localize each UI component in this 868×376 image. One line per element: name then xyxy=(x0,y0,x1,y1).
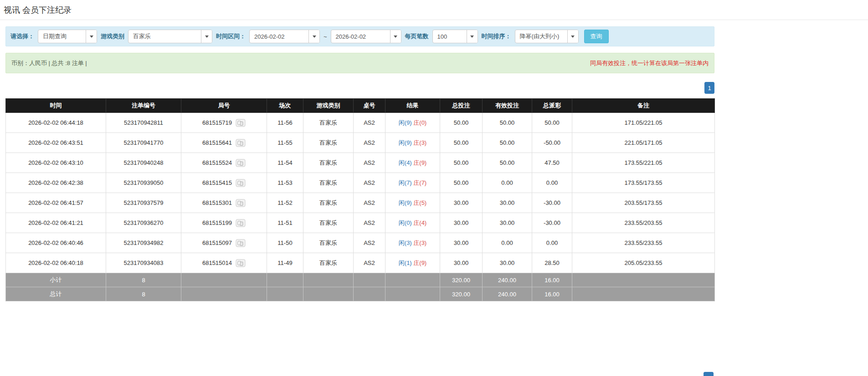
game-replay-icon[interactable] xyxy=(236,239,246,247)
chevron-down-icon xyxy=(390,30,401,43)
cell-payout: 0.00 xyxy=(532,233,572,253)
result-player: 闲(9) xyxy=(399,199,412,206)
cell-game-type: 百家乐 xyxy=(303,213,354,233)
date-to-value: 2026-02-02 xyxy=(331,30,390,43)
cell-total-bet[interactable]: 30.00 xyxy=(440,193,483,213)
total-row: 总计 8 320.00 240.00 16.00 xyxy=(6,287,715,301)
col-round-id: 局号 xyxy=(181,99,267,113)
cell-game-type: 百家乐 xyxy=(303,133,354,153)
per-page-select[interactable]: 100 xyxy=(432,30,478,43)
chevron-down-icon xyxy=(308,30,319,43)
cell-result: 闲(3) 庄(3) xyxy=(385,233,440,253)
cell-total-bet[interactable]: 50.00 xyxy=(440,173,483,193)
game-replay-icon[interactable] xyxy=(236,259,246,267)
cell-result: 闲(0) 庄(4) xyxy=(385,213,440,233)
subtotal-count: 8 xyxy=(106,273,181,287)
total-valid-bet: 240.00 xyxy=(483,287,532,301)
cell-remark: 171.05/221.05 xyxy=(572,113,715,133)
total-total-bet: 320.00 xyxy=(440,287,483,301)
result-banker: 庄(0) xyxy=(413,119,426,126)
cell-payout: -30.00 xyxy=(532,213,572,233)
cell-round-id: 681515641 xyxy=(181,133,267,153)
cell-valid-bet: 30.00 xyxy=(483,213,532,233)
cell-total-bet[interactable]: 50.00 xyxy=(440,133,483,153)
game-type-label: 游戏类别 xyxy=(101,32,124,41)
cell-round-id: 681515014 xyxy=(181,253,267,273)
cell-total-bet[interactable]: 50.00 xyxy=(440,113,483,133)
cell-result: 闲(9) 庄(3) xyxy=(385,133,440,153)
cell-game-type: 百家乐 xyxy=(303,113,354,133)
result-banker: 庄(4) xyxy=(413,219,426,226)
cell-payout: -50.00 xyxy=(532,133,572,153)
table-row: 2026-02-02 06:41:21 523170936270 6815151… xyxy=(6,213,715,233)
cell-bet-id: 523170937579 xyxy=(106,193,181,213)
result-player: 闲(9) xyxy=(399,119,412,126)
chevron-down-icon xyxy=(467,30,478,43)
page-header: 视讯 会员下注纪录 xyxy=(0,0,868,20)
cell-table-no: AS2 xyxy=(354,153,385,173)
cell-total-bet[interactable]: 50.00 xyxy=(440,153,483,173)
page-1-button-bottom[interactable]: 1 xyxy=(704,372,714,376)
query-button[interactable]: 查询 xyxy=(584,30,609,43)
cell-remark: 173.55/173.55 xyxy=(572,173,715,193)
cell-game-type: 百家乐 xyxy=(303,193,354,213)
main-container: 请选择： 日期查询 游戏类别 百家乐 时间区间： 2026-02-02 ~ 20… xyxy=(5,26,714,301)
cell-session: 11-51 xyxy=(267,213,303,233)
cell-bet-id: 523170939050 xyxy=(106,173,181,193)
cell-round-id: 681515301 xyxy=(181,193,267,213)
result-player: 闲(7) xyxy=(399,179,412,186)
cell-round-id: 681515415 xyxy=(181,173,267,193)
time-sort-select[interactable]: 降幂(由大到小) xyxy=(515,30,579,43)
cell-total-bet[interactable]: 30.00 xyxy=(440,253,483,273)
game-replay-icon[interactable] xyxy=(236,219,246,227)
cell-bet-id: 523170942811 xyxy=(106,113,181,133)
table-row: 2026-02-02 06:43:10 523170940248 6815155… xyxy=(6,153,715,173)
cell-total-bet[interactable]: 30.00 xyxy=(440,233,483,253)
col-time: 时间 xyxy=(6,99,106,113)
cell-remark: 173.55/221.05 xyxy=(572,153,715,173)
per-page-value: 100 xyxy=(433,30,467,43)
cell-remark: 233.55/203.55 xyxy=(572,213,715,233)
total-count: 8 xyxy=(106,287,181,301)
game-replay-icon[interactable] xyxy=(236,159,246,167)
cell-remark: 221.05/171.05 xyxy=(572,133,715,153)
col-remark: 备注 xyxy=(572,99,715,113)
page-1-button[interactable]: 1 xyxy=(704,82,714,94)
date-to-select[interactable]: 2026-02-02 xyxy=(331,30,401,43)
game-type-select[interactable]: 百家乐 xyxy=(128,30,212,43)
game-replay-icon[interactable] xyxy=(236,199,246,207)
total-payout: 16.00 xyxy=(532,287,572,301)
cell-valid-bet: 30.00 xyxy=(483,193,532,213)
cell-table-no: AS2 xyxy=(354,253,385,273)
game-replay-icon[interactable] xyxy=(236,179,246,187)
game-replay-icon[interactable] xyxy=(236,119,246,127)
cell-result: 闲(1) 庄(9) xyxy=(385,253,440,273)
cell-round-id: 681515097 xyxy=(181,233,267,253)
pagination-bottom: 1 xyxy=(704,372,714,376)
cell-table-no: AS2 xyxy=(354,193,385,213)
cell-game-type: 百家乐 xyxy=(303,233,354,253)
col-valid-bet: 有效投注 xyxy=(483,99,532,113)
cell-total-bet[interactable]: 30.00 xyxy=(440,213,483,233)
result-banker: 庄(9) xyxy=(413,159,426,166)
col-session: 场次 xyxy=(267,99,303,113)
subtotal-total-bet: 320.00 xyxy=(440,273,483,287)
summary-currency-count: 币别：人民币 | 总共 :8 注单 | xyxy=(11,59,87,67)
page-title: 视讯 会员下注纪录 xyxy=(4,5,864,15)
col-result: 结果 xyxy=(385,99,440,113)
cell-round-id: 681515199 xyxy=(181,213,267,233)
result-player: 闲(0) xyxy=(399,219,412,226)
cell-session: 11-54 xyxy=(267,153,303,173)
date-from-value: 2026-02-02 xyxy=(250,30,308,43)
date-from-select[interactable]: 2026-02-02 xyxy=(249,30,320,43)
cell-valid-bet: 50.00 xyxy=(483,113,532,133)
cell-time: 2026-02-02 06:43:51 xyxy=(6,133,106,153)
table-body: 2026-02-02 06:44:18 523170942811 6815157… xyxy=(6,113,715,273)
cell-table-no: AS2 xyxy=(354,133,385,153)
bet-records-table: 时间 注单编号 局号 场次 游戏类别 桌号 结果 总投注 有效投注 总派彩 备注… xyxy=(5,98,715,301)
select-type-label: 请选择： xyxy=(10,32,34,41)
query-type-select[interactable]: 日期查询 xyxy=(38,30,97,43)
game-replay-icon[interactable] xyxy=(236,139,246,147)
cell-valid-bet: 50.00 xyxy=(483,133,532,153)
cell-valid-bet: 0.00 xyxy=(483,233,532,253)
